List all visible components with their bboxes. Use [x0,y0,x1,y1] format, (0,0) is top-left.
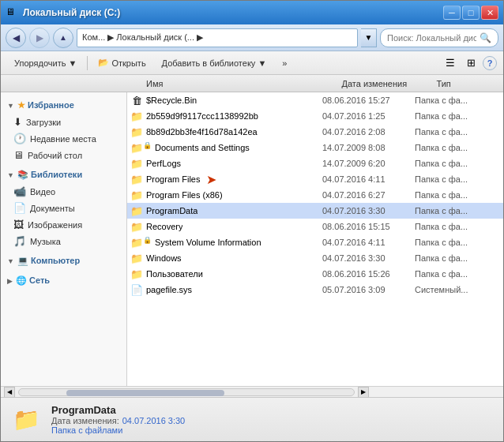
search-input[interactable] [387,33,476,43]
more-button[interactable]: » [275,54,294,72]
file-name-cell: 🗑$Recycle.Bin [130,95,322,107]
add-library-button[interactable]: Добавить в библиотеку ▼ [155,54,274,72]
table-row[interactable]: 📁Пользователи08.06.2016 15:26Папка с фа.… [127,266,503,282]
table-row[interactable]: 🗑$Recycle.Bin08.06.2016 15:27Папка с фа.… [127,92,503,108]
file-type-cell: Папка с фа... [415,159,500,168]
status-type: Папка с файлами [51,425,185,435]
computer-label: 💻 Компьютер [17,256,80,266]
sidebar-item-music[interactable]: 🎵 Музыка [1,233,126,249]
col-name[interactable]: Имя [140,75,336,92]
organize-button[interactable]: Упорядочить ▼ [7,54,84,72]
column-headers: Имя Дата изменения Тип [1,75,503,92]
status-selected-name: ProgramData [51,404,185,416]
file-name-text: Recovery [146,222,182,231]
file-name-cell: 📁8b89d2bb3fe4f16d78a142ea [130,126,322,138]
window: 🖥 Локальный диск (C:) ─ □ ✕ ◀ ▶ ▲ Ком...… [0,0,504,442]
col-date[interactable]: Дата изменения [336,75,431,92]
table-row[interactable]: 📁Program Files (x86)04.07.2016 6:27Папка… [127,187,503,203]
col-type[interactable]: Тип [430,75,503,92]
view-details-button[interactable]: ☰ [442,54,459,72]
file-name-cell: 📁Program Files (x86) [130,189,322,201]
breadcrumb-dropdown[interactable]: ▼ [361,28,377,47]
file-type-cell: Папка с фа... [415,190,500,200]
up-button[interactable]: ▲ [53,28,73,48]
file-icon: 📁 [130,268,143,280]
file-list[interactable]: 🗑$Recycle.Bin08.06.2016 15:27Папка с фа.… [127,92,503,386]
open-icon: 📂 [98,58,109,68]
open-button[interactable]: 📂 Открыть [91,54,152,72]
search-icon[interactable]: 🔍 [480,32,491,43]
file-date-cell: 04.07.2016 2:08 [322,127,415,137]
hscrollbar[interactable]: ◀ ▶ [1,386,503,397]
sidebar-item-desktop[interactable]: 🖥 Рабочий стол [1,147,126,163]
file-date-cell: 08.06.2016 15:26 [322,269,415,279]
file-date-cell: 14.07.2009 8:08 [322,143,415,152]
favorites-label: ★ Избранное [17,100,74,110]
favorites-chevron: ▼ [7,102,14,110]
status-folder-icon: 📁 [10,404,42,436]
file-name-text: Program Files [146,174,200,184]
libraries-header[interactable]: ▼ 📚 Библиотеки [1,167,126,183]
table-row[interactable]: 📁2b559d9f9117ccc1138992bb04.07.2016 1:25… [127,108,503,124]
file-type-cell: Папка с фа... [415,174,500,184]
table-row[interactable]: 📁ProgramData04.07.2016 3:30Папка с фа... [127,203,503,219]
window-title: Локальный диск (C:) [23,7,120,18]
file-type-cell: Системный... [415,285,500,294]
back-button[interactable]: ◀ [6,28,26,48]
table-row[interactable]: 📁🔒Documents and Settings14.07.2009 8:08П… [127,140,503,155]
music-icon: 🎵 [13,235,26,247]
table-row[interactable]: 📄pagefile.sys05.07.2016 3:09Системный... [127,282,503,298]
search-bar[interactable]: 🔍 [380,28,498,47]
file-name-text: 2b559d9f9117ccc1138992bb [146,111,258,121]
sidebar-item-downloads[interactable]: ⬇ Загрузки [1,114,126,130]
hscroll-thumb[interactable] [66,390,224,396]
sidebar-item-video[interactable]: 📹 Видео [1,183,126,200]
forward-button[interactable]: ▶ [29,28,50,48]
file-date-cell: 14.07.2009 6:20 [322,159,415,168]
desktop-icon: 🖥 [13,149,24,161]
documents-icon: 📄 [13,202,26,214]
close-button[interactable]: ✕ [481,6,498,20]
sidebar-item-recent[interactable]: 🕐 Недавние места [1,130,126,147]
minimize-button[interactable]: ─ [443,6,461,20]
file-date-cell: 04.07.2016 3:30 [322,253,415,263]
file-icon: 📁 [130,237,143,249]
main-area: ▼ ★ Избранное ⬇ Загрузки 🕐 Недавние мест… [1,92,503,386]
table-row[interactable]: 📁Recovery08.06.2016 15:15Папка с фа... [127,219,503,234]
file-name-cell: 📁Пользователи [130,268,322,280]
table-row[interactable]: 📁Windows04.07.2016 3:30Папка с фа... [127,250,503,266]
lock-icon: 🔒 [143,237,152,245]
file-date-cell: 05.07.2016 3:09 [322,285,415,294]
file-name-cell: 📁PerfLogs [130,158,322,170]
file-date-cell: 04.07.2016 3:30 [322,206,415,215]
hscroll-right[interactable]: ▶ [358,387,369,398]
file-name-text: Documents and Settings [155,143,250,152]
sidebar-item-images[interactable]: 🖼 Изображения [1,216,126,233]
maximize-button[interactable]: □ [462,6,480,20]
help-button[interactable]: ? [483,56,497,70]
table-row[interactable]: 📁Program Files➤04.07.2016 4:11Папка с фа… [127,171,503,187]
hscroll-left[interactable]: ◀ [4,387,15,398]
network-header[interactable]: ▶ 🌐 Сеть [1,272,126,289]
file-name-text: $Recycle.Bin [146,96,197,105]
computer-header[interactable]: ▼ 💻 Компьютер [1,253,126,269]
file-type-cell: Папка с фа... [415,127,500,137]
file-name-text: ProgramData [146,206,197,215]
favorites-header[interactable]: ▼ ★ Избранное [1,97,126,114]
view-tiles-button[interactable]: ⊞ [462,54,480,72]
file-icon: 📄 [130,284,143,296]
titlebar-buttons: ─ □ ✕ [443,6,498,20]
table-row[interactable]: 📁8b89d2bb3fe4f16d78a142ea04.07.2016 2:08… [127,124,503,140]
sidebar-item-documents[interactable]: 📄 Документы [1,200,126,216]
file-name-cell: 📁Program Files➤ [130,172,322,187]
navbar: ◀ ▶ ▲ Ком... ▶ Локальный диск (... ▶ ▼ 🔍 [1,24,503,51]
file-icon: 📁 [130,205,143,217]
breadcrumb[interactable]: Ком... ▶ Локальный диск (... ▶ [77,28,358,47]
separator-1 [87,56,88,70]
file-type-cell: Папка с фа... [415,269,500,279]
sidebar: ▼ ★ Избранное ⬇ Загрузки 🕐 Недавние мест… [1,92,127,386]
network-label: 🌐 Сеть [16,275,50,286]
file-name-cell: 📁🔒System Volume Information [130,237,322,249]
table-row[interactable]: 📁PerfLogs14.07.2009 6:20Папка с фа... [127,155,503,171]
table-row[interactable]: 📁🔒System Volume Information04.07.2016 4:… [127,234,503,250]
